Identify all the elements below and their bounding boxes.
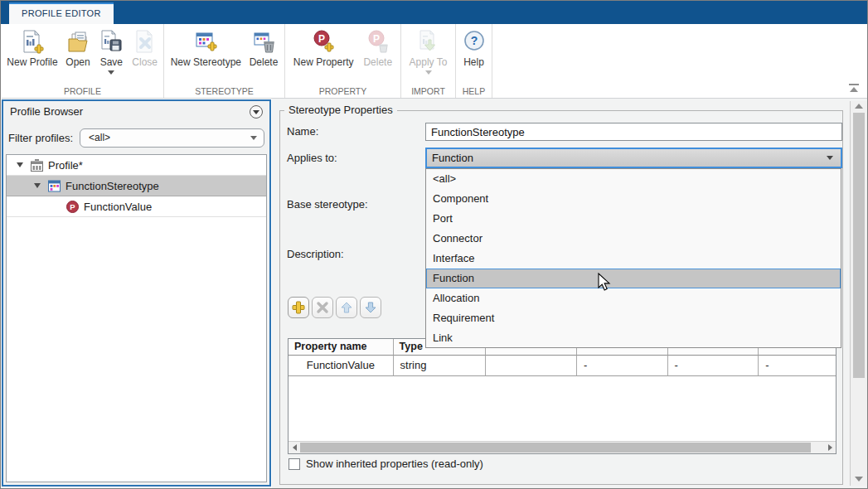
toolstrip: New Profile Open Save Close bbox=[2, 24, 868, 99]
arrow-up-icon bbox=[340, 301, 353, 314]
group-label-stereotype: STEREOTYPE bbox=[164, 86, 284, 96]
open-folder-icon bbox=[65, 28, 91, 55]
applies-to-dropdown[interactable]: Function bbox=[425, 148, 842, 168]
tree-item-label: FunctionStereotype bbox=[65, 180, 159, 192]
toolstrip-group-stereotype: New Stereotype Delete STEREOTYPE bbox=[164, 24, 285, 98]
table-horizontal-scrollbar[interactable] bbox=[289, 441, 836, 453]
applies-to-label: Applies to: bbox=[287, 152, 337, 164]
add-property-button[interactable] bbox=[288, 297, 309, 318]
close-button[interactable]: Close bbox=[130, 28, 160, 68]
save-dropdown-caret[interactable] bbox=[108, 70, 114, 75]
new-property-icon: P bbox=[310, 28, 337, 55]
cell-property-name[interactable]: FunctionValue bbox=[289, 356, 394, 376]
toolstrip-spacer bbox=[492, 24, 868, 98]
toolstrip-group-import: Apply To IMPORT bbox=[401, 24, 456, 98]
option-port[interactable]: Port bbox=[426, 209, 841, 229]
filter-profiles-dropdown[interactable]: <all> bbox=[80, 128, 264, 148]
option-allocation[interactable]: Allocation bbox=[426, 288, 841, 308]
tree-item-profile[interactable]: Profile* bbox=[7, 155, 266, 176]
toolstrip-group-property: P New Property P Delete PROPERTY bbox=[285, 24, 401, 98]
option-link[interactable]: Link bbox=[426, 328, 841, 348]
group-label-import: IMPORT bbox=[401, 86, 455, 96]
panel-vertical-scrollbar[interactable] bbox=[850, 101, 867, 486]
filter-profiles-value: <all> bbox=[89, 132, 110, 143]
delete-stereotype-label: Delete bbox=[250, 56, 279, 68]
tree-item-label: Profile* bbox=[48, 159, 83, 172]
apply-to-button[interactable]: Apply To bbox=[408, 28, 449, 75]
toolstrip-titlebar: PROFILE EDITOR bbox=[1, 1, 867, 24]
expand-caret-icon[interactable] bbox=[17, 162, 23, 167]
option-requirement[interactable]: Requirement bbox=[426, 308, 841, 328]
open-button[interactable]: Open bbox=[63, 28, 93, 68]
group-label-property: PROPERTY bbox=[285, 86, 400, 96]
show-inherited-label: Show inherited properties (read-only) bbox=[306, 458, 483, 470]
tree-item-functionvalue[interactable]: P FunctionValue bbox=[7, 196, 266, 217]
open-label: Open bbox=[65, 56, 90, 68]
remove-property-button[interactable] bbox=[312, 297, 333, 318]
tree-item-label: FunctionValue bbox=[84, 201, 152, 213]
scroll-right-icon[interactable] bbox=[824, 442, 836, 453]
filter-profiles-label: Filter profiles: bbox=[8, 132, 73, 144]
new-stereotype-label: New Stereotype bbox=[171, 56, 241, 68]
name-label: Name: bbox=[287, 125, 318, 138]
profile-browser-panel: Profile Browser Filter profiles: <all> P… bbox=[2, 99, 271, 487]
collapse-toolstrip-icon[interactable] bbox=[846, 84, 861, 94]
profile-editor-window: PROFILE EDITOR New Profile Open Save bbox=[0, 0, 868, 489]
svg-text:?: ? bbox=[470, 34, 478, 47]
tab-profile-editor[interactable]: PROFILE EDITOR bbox=[9, 2, 114, 24]
plus-icon bbox=[291, 300, 306, 315]
show-inherited-checkbox[interactable] bbox=[289, 458, 300, 470]
cell-value[interactable]: - bbox=[577, 356, 668, 376]
scroll-down-icon[interactable] bbox=[855, 477, 863, 482]
property-icon: P bbox=[65, 200, 80, 214]
close-label: Close bbox=[132, 56, 158, 68]
move-up-button[interactable] bbox=[336, 297, 357, 318]
option-all[interactable]: <all> bbox=[426, 169, 841, 189]
delete-property-button[interactable]: P Delete bbox=[361, 28, 394, 68]
cell-type[interactable]: string bbox=[394, 356, 487, 376]
applies-to-options-list: <all> Component Port Connector Interface… bbox=[425, 168, 841, 348]
delete-stereotype-icon bbox=[250, 28, 277, 55]
name-input[interactable] bbox=[425, 123, 842, 141]
new-profile-button[interactable]: New Profile bbox=[5, 28, 59, 68]
save-icon bbox=[98, 28, 124, 55]
profile-tree: Profile* FunctionStereotype P FunctionVa… bbox=[6, 154, 267, 482]
expand-caret-icon[interactable] bbox=[34, 183, 41, 188]
panel-collapse-icon[interactable] bbox=[250, 105, 263, 119]
scrollbar-thumb[interactable] bbox=[300, 443, 811, 453]
new-stereotype-button[interactable]: New Stereotype bbox=[169, 28, 243, 68]
new-stereotype-icon bbox=[192, 28, 219, 55]
new-property-button[interactable]: P New Property bbox=[292, 28, 356, 68]
move-down-button[interactable] bbox=[360, 297, 381, 318]
option-connector[interactable]: Connector bbox=[426, 229, 841, 249]
scroll-up-icon[interactable] bbox=[855, 104, 863, 109]
tree-item-functionstereotype[interactable]: FunctionStereotype bbox=[7, 176, 266, 196]
apply-to-dropdown-caret[interactable] bbox=[425, 70, 432, 75]
help-label: Help bbox=[463, 56, 484, 68]
scrollbar-thumb[interactable] bbox=[853, 113, 865, 378]
apply-to-label: Apply To bbox=[410, 56, 448, 68]
table-row[interactable]: FunctionValue string - - - bbox=[289, 356, 836, 376]
mouse-cursor bbox=[598, 273, 613, 296]
scroll-left-icon[interactable] bbox=[289, 442, 300, 453]
property-list-toolbar bbox=[288, 297, 381, 318]
cell-value[interactable]: - bbox=[668, 356, 759, 376]
stereotype-properties-title: Stereotype Properties bbox=[284, 104, 397, 116]
profile-browser-header: Profile Browser bbox=[3, 101, 269, 123]
help-button[interactable]: ? Help bbox=[459, 28, 489, 68]
cell-value[interactable]: - bbox=[759, 356, 836, 376]
new-profile-icon bbox=[19, 28, 46, 55]
profile-browser-title: Profile Browser bbox=[10, 105, 83, 118]
option-component[interactable]: Component bbox=[426, 189, 841, 209]
property-table: Property name Type FunctionValue string … bbox=[288, 338, 836, 454]
column-header[interactable]: Property name bbox=[289, 339, 394, 356]
applies-to-value: Function bbox=[432, 152, 473, 164]
cell-value[interactable] bbox=[486, 356, 577, 376]
filter-row: Filter profiles: <all> bbox=[8, 128, 264, 148]
delete-property-label: Delete bbox=[363, 56, 392, 68]
new-profile-label: New Profile bbox=[7, 56, 57, 68]
save-button[interactable]: Save bbox=[96, 28, 126, 75]
option-function[interactable]: Function bbox=[426, 269, 841, 288]
option-interface[interactable]: Interface bbox=[426, 249, 841, 269]
delete-stereotype-button[interactable]: Delete bbox=[248, 28, 280, 68]
